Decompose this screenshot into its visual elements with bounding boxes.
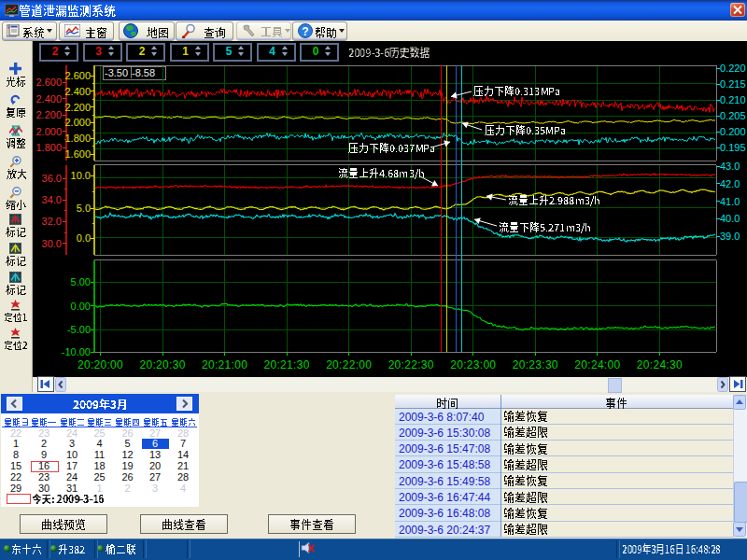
svg-text:10.0: 10.0 — [71, 170, 91, 181]
svg-text:2.000: 2.000 — [64, 117, 91, 128]
svg-text:0.200: 0.200 — [720, 126, 746, 137]
svg-text:2.400: 2.400 — [64, 86, 91, 97]
svg-text:34.0: 34.0 — [42, 194, 62, 205]
svg-text:20:20:30: 20:20:30 — [140, 358, 186, 371]
svg-text:20:24:30: 20:24:30 — [637, 358, 683, 371]
svg-text:5.00: 5.00 — [71, 276, 91, 287]
svg-text:2.200: 2.200 — [35, 109, 62, 120]
svg-text:43.0: 43.0 — [720, 161, 740, 172]
svg-text:20:22:00: 20:22:00 — [326, 358, 372, 371]
svg-text:30.0: 30.0 — [42, 238, 62, 249]
svg-text:41.0: 41.0 — [720, 196, 740, 207]
svg-text:0.210: 0.210 — [720, 94, 746, 105]
svg-text:40.0: 40.0 — [720, 213, 740, 224]
svg-text:36.0: 36.0 — [42, 173, 62, 184]
svg-text:-10.00: -10.00 — [62, 346, 91, 357]
svg-text:-5.00: -5.00 — [67, 324, 91, 335]
svg-text:0.205: 0.205 — [720, 110, 746, 121]
svg-text:39.0: 39.0 — [720, 231, 740, 242]
svg-text:1.600: 1.600 — [64, 148, 91, 160]
svg-text:0.00: 0.00 — [71, 301, 91, 312]
svg-text:0.215: 0.215 — [720, 78, 746, 90]
svg-text:32.0: 32.0 — [42, 216, 62, 227]
svg-text:2.200: 2.200 — [64, 102, 91, 113]
svg-text:1.800: 1.800 — [35, 142, 62, 153]
svg-text:5.0: 5.0 — [77, 203, 91, 214]
svg-text:2.000: 2.000 — [35, 126, 62, 137]
svg-text:20:21:30: 20:21:30 — [264, 358, 310, 371]
svg-text:20:22:30: 20:22:30 — [388, 358, 434, 371]
svg-text:2.600: 2.600 — [64, 70, 91, 81]
svg-text:42.0: 42.0 — [720, 178, 740, 189]
svg-text:20:20:00: 20:20:00 — [78, 358, 123, 371]
svg-text:20:23:30: 20:23:30 — [513, 358, 558, 371]
svg-text:20:23:00: 20:23:00 — [450, 358, 496, 371]
svg-text:2.600: 2.600 — [35, 77, 62, 88]
svg-text:0.220: 0.220 — [720, 63, 746, 74]
svg-text:0.0: 0.0 — [77, 232, 91, 244]
svg-text:20:24:00: 20:24:00 — [574, 358, 620, 371]
svg-text:1.800: 1.800 — [64, 133, 91, 144]
svg-text:2.400: 2.400 — [35, 93, 62, 105]
svg-text:20:21:00: 20:21:00 — [202, 358, 247, 371]
svg-text:0.195: 0.195 — [720, 142, 746, 153]
